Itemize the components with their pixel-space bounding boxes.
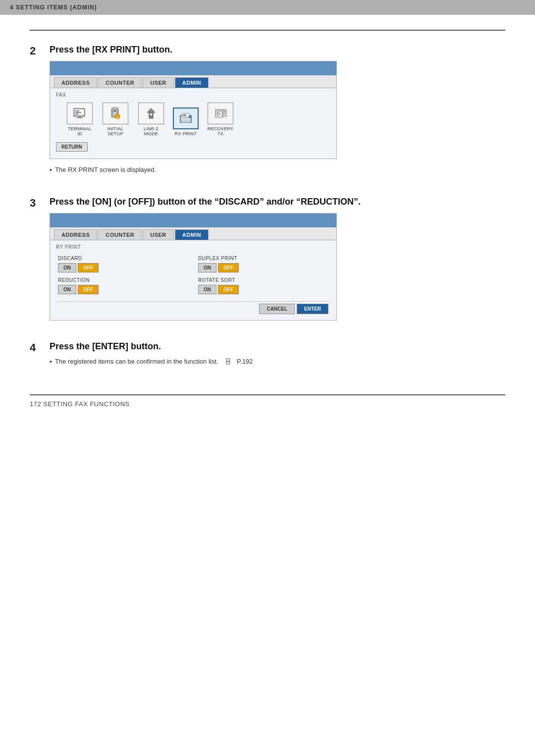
- svg-rect-18: [183, 115, 187, 116]
- terminal-id-icon: [67, 103, 93, 124]
- top-separator: [30, 30, 505, 31]
- svg-point-21: [189, 116, 191, 118]
- page-header: 4 Setting Items (Admin): [0, 0, 535, 15]
- screen-footer: CANCEL ENTER: [56, 301, 330, 315]
- svg-rect-32: [223, 114, 224, 115]
- header-label: 4 Setting Items (Admin): [10, 4, 97, 11]
- icon-recovery-tx[interactable]: RECOVERY TX: [207, 103, 234, 136]
- settings-right-col: DUPLEX PRINT ON OFF ROTATE SORT: [198, 256, 328, 294]
- step-3-container: 3 Press the [ON] (or [OFF]) button of th…: [30, 197, 505, 327]
- setting-reduction: REDUCTION ON OFF: [58, 277, 188, 294]
- icon-rx-print[interactable]: RX PRINT: [173, 108, 199, 136]
- tab-address-2[interactable]: ADDRESS: [54, 229, 97, 240]
- line2-mode-label: LINE-2 MODE: [137, 126, 165, 136]
- enter-button[interactable]: ENTER: [297, 304, 328, 314]
- screen-tabs-1: ADDRESS COUNTER USER ADMIN: [50, 75, 336, 88]
- initial-setup-label: INITIAL SETUP: [102, 126, 129, 136]
- svg-rect-25: [216, 113, 220, 114]
- tab-user-1[interactable]: USER: [143, 77, 174, 88]
- cancel-button[interactable]: CANCEL: [259, 304, 295, 314]
- svg-rect-33: [226, 359, 230, 361]
- screen-tabs-2: ADDRESS COUNTER USER ADMIN: [50, 227, 336, 240]
- svg-rect-29: [223, 111, 226, 112]
- setting-duplex: DUPLEX PRINT ON OFF: [198, 256, 328, 272]
- terminal-id-label: TERMINAL ID: [66, 126, 94, 136]
- svg-rect-10: [113, 111, 116, 112]
- page-ref: P.192: [237, 358, 253, 365]
- reduction-on-button[interactable]: ON: [58, 285, 76, 294]
- step-2-content: Press the [RX PRINT] button. ADDRESS COU…: [50, 45, 505, 183]
- step-3-content: Press the [ON] (or [OFF]) button of the …: [50, 197, 505, 327]
- svg-rect-9: [113, 109, 116, 110]
- duplex-buttons: ON OFF: [198, 263, 328, 272]
- tab-admin-2[interactable]: ADMIN: [175, 229, 209, 240]
- svg-rect-3: [75, 112, 81, 113]
- setting-rotate-sort: ROTATE SORT ON OFF: [198, 277, 328, 294]
- discard-label: DISCARD: [58, 256, 188, 261]
- initial-setup-icon: ✋: [103, 103, 128, 124]
- icon-terminal-id[interactable]: TERMINAL ID: [66, 103, 94, 136]
- reduction-buttons: ON OFF: [58, 285, 188, 294]
- tab-admin-1[interactable]: ADMIN: [175, 77, 209, 88]
- svg-rect-24: [216, 112, 219, 113]
- screen-top-bar-1: [50, 61, 336, 75]
- discard-on-button[interactable]: ON: [58, 263, 76, 272]
- rotate-sort-on-button[interactable]: ON: [198, 285, 216, 294]
- step-4-number: 4: [30, 341, 50, 375]
- discard-buttons: ON OFF: [58, 263, 188, 272]
- return-button[interactable]: RETURN: [56, 142, 88, 152]
- svg-rect-6: [77, 117, 83, 118]
- tab-user-2[interactable]: USER: [143, 229, 174, 240]
- tab-counter-2[interactable]: COUNTER: [98, 229, 142, 240]
- section-label-ry: RY PRINT: [56, 244, 330, 250]
- rx-print-icon: [173, 108, 199, 129]
- step-2-note: The RX PRINT screen is displayed.: [50, 166, 505, 174]
- screen-body-2: RY PRINT DISCARD ON OFF: [50, 240, 336, 320]
- settings-grid: DISCARD ON OFF REDUCTION: [56, 253, 330, 299]
- svg-rect-34: [226, 362, 230, 364]
- svg-rect-17: [183, 114, 185, 115]
- svg-text:✋: ✋: [115, 115, 120, 119]
- step-4-content: Press the [ENTER] button. The registered…: [50, 341, 505, 375]
- setting-discard: DISCARD ON OFF: [58, 256, 188, 272]
- svg-rect-20: [183, 121, 188, 122]
- line2-mode-icon: [138, 103, 164, 124]
- duplex-off-button[interactable]: OFF: [218, 263, 239, 272]
- rotate-sort-off-button[interactable]: OFF: [218, 285, 239, 294]
- screen-mockup-2: ADDRESS COUNTER USER ADMIN RY PRINT DISC…: [50, 213, 337, 321]
- svg-rect-2: [75, 110, 79, 111]
- tab-address-1[interactable]: ADDRESS: [54, 77, 97, 88]
- rx-print-label: RX PRINT: [175, 131, 197, 136]
- duplex-label: DUPLEX PRINT: [198, 256, 328, 261]
- svg-rect-4: [75, 113, 78, 114]
- icon-initial-setup[interactable]: ✋ INITIAL SETUP: [102, 103, 129, 136]
- recovery-tx-icon: [208, 103, 233, 124]
- step-4-note: The registered items can be confirmed in…: [50, 358, 505, 366]
- step-4-container: 4 Press the [ENTER] button. The register…: [30, 341, 505, 375]
- svg-rect-28: [223, 110, 226, 111]
- step-3-number: 3: [30, 197, 50, 327]
- step-2-container: 2 Press the [RX PRINT] button. ADDRESS C…: [30, 45, 505, 183]
- discard-off-button[interactable]: OFF: [78, 263, 99, 272]
- svg-rect-26: [216, 115, 219, 116]
- screen-body-1: FAX: [50, 88, 336, 159]
- svg-rect-31: [223, 113, 225, 114]
- icon-grid: TERMINAL ID ✋: [56, 101, 330, 140]
- icon-line2-mode[interactable]: LINE-2 MODE: [137, 103, 165, 136]
- step-2-number: 2: [30, 45, 50, 183]
- step-2-title: Press the [RX PRINT] button.: [50, 45, 505, 55]
- recovery-tx-label: RECOVERY TX: [207, 126, 234, 136]
- rotate-sort-label: ROTATE SORT: [198, 277, 328, 283]
- screen-mockup-1: ADDRESS COUNTER USER ADMIN FAX: [50, 61, 337, 159]
- svg-point-14: [150, 113, 153, 116]
- svg-rect-30: [223, 112, 225, 113]
- reduction-label: REDUCTION: [58, 277, 188, 283]
- reduction-off-button[interactable]: OFF: [78, 285, 99, 294]
- tab-counter-1[interactable]: COUNTER: [98, 77, 142, 88]
- rotate-sort-buttons: ON OFF: [198, 285, 328, 294]
- svg-rect-5: [78, 116, 81, 117]
- duplex-on-button[interactable]: ON: [198, 263, 216, 272]
- section-label-fax: FAX: [56, 92, 330, 98]
- settings-left-col: DISCARD ON OFF REDUCTION: [58, 256, 188, 294]
- step-3-title: Press the [ON] (or [OFF]) button of the …: [50, 197, 505, 207]
